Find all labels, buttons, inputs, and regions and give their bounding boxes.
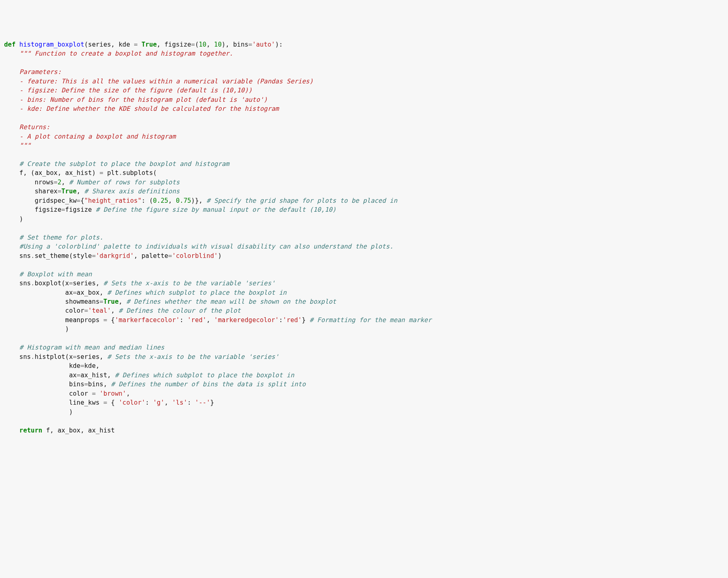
code-text: subplots( (122, 169, 157, 177)
operator: . (31, 252, 34, 260)
code-text: ) (65, 325, 69, 333)
keyword-return: return (19, 427, 42, 434)
docstring: """ Function to create a boxplot and his… (4, 50, 313, 149)
comment: # Sets the x-axis to be the variable 'se… (103, 280, 275, 287)
operator: = (103, 399, 107, 406)
code-text: color (69, 390, 92, 397)
code-text: )}, (191, 197, 206, 204)
operator: . (119, 169, 122, 177)
string: 'markerfacecolor' (115, 316, 180, 324)
operator: = (81, 362, 84, 370)
operator: = (54, 179, 57, 186)
number: 10 (214, 41, 222, 48)
code-text: } (302, 316, 310, 324)
code-text: color (65, 307, 84, 314)
comment: # Specify the grid shape for plots to be… (207, 197, 398, 204)
code-text: { (107, 399, 119, 406)
code-text: series, (73, 280, 103, 287)
builtin-true: True (142, 41, 157, 48)
operator: = (99, 169, 103, 177)
keyword-def: def (4, 41, 16, 48)
code-text (138, 41, 142, 48)
operator: = (99, 298, 103, 305)
builtin-true: True (103, 298, 119, 305)
code-text: ) (218, 252, 222, 260)
number: 0.75 (176, 197, 191, 204)
code-text: figsize (65, 206, 96, 213)
operator: = (84, 381, 88, 388)
comment: # Sharex axis definitions (84, 188, 180, 195)
code-text: : (187, 399, 195, 406)
operator: = (61, 206, 65, 213)
operator: . (31, 280, 34, 287)
code-text: sns (19, 252, 31, 260)
code-block: def histogram_boxplot(series, kde = True… (4, 40, 724, 435)
code-text: f, ax_box, ax_hist (42, 427, 115, 434)
number: 10 (199, 41, 207, 48)
comment: # Set theme for plots. (19, 234, 103, 241)
comment: # Defines which subplot to place the box… (107, 289, 287, 296)
code-text: : (279, 316, 283, 324)
code-text: ax_box, (76, 289, 107, 296)
string: 'color' (119, 399, 145, 406)
code-text: set_theme(style (35, 252, 92, 260)
operator: = (168, 252, 172, 260)
function-name: histogram_boxplot (19, 41, 84, 48)
operator: = (248, 41, 252, 48)
code-text: ax_hist, (81, 372, 115, 379)
code-text: : (145, 399, 153, 406)
comment: # Boxplot with mean (19, 271, 92, 278)
code-text: ), bins (222, 41, 248, 48)
comment: # Histogram with mean and median lines (19, 344, 164, 351)
code-text: } (210, 399, 214, 406)
code-text: : ( (142, 197, 153, 204)
comment: # Defines the colour of the plot (119, 307, 241, 314)
code-text: { (81, 197, 84, 204)
operator: . (31, 353, 34, 361)
operator: = (73, 289, 76, 296)
code-text: kde (69, 362, 81, 370)
string: '--' (195, 399, 210, 406)
comment: # Defines the number of bins the data is… (111, 381, 306, 388)
operator: = (69, 280, 73, 287)
string: 'ls' (172, 399, 187, 406)
code-text: ax (65, 289, 73, 296)
code-text: ( (195, 41, 199, 48)
string: 'g' (153, 399, 164, 406)
operator: = (76, 197, 80, 204)
string: "height_ratios" (84, 197, 142, 204)
string: 'red' (187, 316, 207, 324)
comment: # Create the subplot to place the boxplo… (19, 160, 229, 168)
code-text: bins, (88, 381, 111, 388)
code-text: series, (76, 353, 107, 361)
operator: = (76, 372, 80, 379)
operator: = (84, 307, 88, 314)
operator: = (58, 188, 61, 195)
code-text: , (126, 390, 130, 397)
code-text: , (168, 197, 176, 204)
comment: # Defines which subplot to place the box… (115, 372, 294, 379)
code-text: , palette (134, 252, 168, 260)
operator: = (73, 353, 76, 361)
code-text: , (207, 41, 214, 48)
code-text: nrows (35, 179, 54, 186)
string: 'brown' (99, 390, 126, 397)
code-text: line_kws (69, 399, 103, 406)
code-text: , figsize (157, 41, 191, 48)
comment: # Defines whether the mean will be shown… (126, 298, 336, 305)
string: 'auto' (252, 41, 275, 48)
string: 'teal' (88, 307, 111, 314)
code-text: gridspec_kw (35, 197, 77, 204)
comment: # Formatting for the mean marker (310, 316, 432, 324)
string: 'colorblind' (172, 252, 218, 260)
operator: = (103, 316, 107, 324)
string: 'darkgrid' (96, 252, 134, 260)
operator: = (191, 41, 195, 48)
code-text: ) (69, 408, 73, 416)
code-text: , (111, 307, 119, 314)
code-text: showmeans (65, 298, 99, 305)
builtin-true: True (61, 188, 76, 195)
code-text: : (180, 316, 187, 324)
code-text: histplot(x (35, 353, 73, 361)
code-text: , (207, 316, 214, 324)
